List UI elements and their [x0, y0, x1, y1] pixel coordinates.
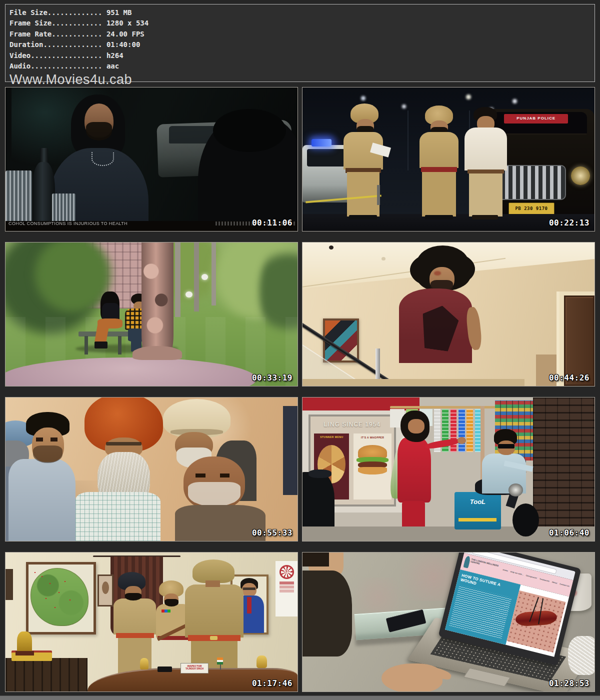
screenshot-1-night-bar: COHOL CONSUMPTIONS IS INJURIOUS TO HEALT…: [5, 87, 298, 232]
desk-trophy: [256, 656, 266, 668]
timestamp-overlay: 00:55:33: [252, 528, 292, 538]
sachet-strip: [466, 409, 473, 452]
desk-nameplate: INSPECTOR TAJNDER SINGH: [180, 663, 208, 674]
timestamp-overlay: 00:44:26: [549, 373, 590, 382]
officerC-neck: [206, 580, 220, 588]
portrait-face: [242, 583, 256, 597]
garden-lamp: [186, 292, 192, 298]
burger-sign-text: LING SINCE 1954: [312, 421, 394, 428]
foreground-man-head: [213, 109, 286, 152]
screenshot-2-police-night: PUNJAB POLICE PB 230 9170 00:22:13: [302, 87, 595, 232]
timestamp-overlay: 00:22:13: [549, 218, 590, 228]
officer2-trousers: [422, 172, 456, 216]
sachet-strip: [458, 409, 465, 452]
plastic-bag: [568, 636, 595, 675]
officer1-shoes: [349, 215, 376, 220]
officer2-khaki-shirt: [420, 132, 459, 168]
motorcycle-front-wheel: [512, 504, 539, 536]
wooden-cabinet: [6, 658, 88, 692]
burger-bun-bottom: [358, 467, 387, 474]
portrait-glasses: [243, 588, 256, 590]
dots-leader: ............: [52, 19, 102, 27]
sunglasses: [498, 444, 514, 448]
bench-leg: [118, 336, 122, 354]
garden-lamp: [202, 274, 208, 280]
blue-light-bar: [312, 139, 332, 146]
bench-leg: [84, 336, 88, 354]
right-edge-figure: [283, 406, 298, 495]
officerC-shirt: [185, 584, 244, 638]
civilian-shoes: [472, 215, 498, 220]
timestamp-overlay: 00:11:06: [252, 218, 292, 228]
media-info-label: Frame Rate: [10, 30, 52, 38]
officerA-shirt: [114, 598, 156, 634]
screenshot-4-house-interior: 00:44:26: [302, 242, 595, 386]
young-man-stubble: [33, 446, 63, 462]
palm-trunk: [175, 242, 181, 317]
edge-frame: [6, 569, 13, 600]
media-info-value: 01:40:00: [106, 40, 140, 48]
officer1-trousers: [347, 172, 379, 216]
media-info-row: Frame Rate............ 24.00 FPS: [10, 29, 594, 40]
desk-trophy: [140, 658, 149, 669]
motorcycle-headlamp: [508, 484, 523, 496]
bokeh-light: [361, 96, 366, 100]
media-info-panel: File Size............. 951 MB Frame Size…: [5, 4, 595, 82]
sachet-strip: [450, 409, 457, 452]
screenshot-3-park-bench: 00:33:19: [5, 242, 298, 386]
woman-boot: [94, 342, 108, 348]
media-info-label: Duration: [10, 40, 43, 48]
palm-trunk: [194, 242, 200, 312]
officerC-turban: [192, 560, 235, 583]
civilian-trousers: [469, 174, 502, 216]
screenshot-7-police-office: INSPECTOR TAJNDER SINGH 01:17:46: [5, 552, 298, 692]
ceiling-spotlight: [382, 257, 386, 260]
license-plate: PB 230 9170: [508, 202, 555, 215]
tree-trunk-base: [132, 346, 182, 360]
checked-shirt: [76, 492, 160, 541]
nameplate-name: TAJNDER SINGH: [181, 668, 208, 670]
wooden-door: [564, 296, 594, 386]
dark-brick-pillar: [533, 398, 594, 541]
young-man-shirt: [8, 459, 76, 541]
tape-pole: [377, 185, 380, 205]
silver-necklace: [92, 152, 114, 166]
media-info-value: 24.00 FPS: [106, 30, 144, 38]
bald-elder-eyes: [196, 474, 234, 477]
whopper-poster-text: IT'S A WHOPPER: [354, 436, 391, 439]
statutory-warning-caption: COHOL CONSUMPTIONS IS INJURIOUS TO HEALT…: [8, 221, 128, 226]
officerA-belt: [116, 633, 154, 638]
media-info-row: Frame Size............ 1280 x 534: [10, 18, 594, 28]
dots-leader: ..............: [43, 40, 102, 48]
motorcycle-seat: [308, 470, 332, 478]
media-info-value: 1280 x 534: [106, 19, 148, 27]
jeep-window: [307, 149, 345, 166]
cart-text: TooL: [454, 498, 501, 506]
punjab-police-banner: PUNJAB POLICE: [504, 114, 568, 124]
media-info-label: Audio: [10, 62, 30, 70]
big-tree-trunk: [142, 242, 174, 358]
woman-face: [408, 419, 424, 434]
officerB-ribbon-bar: [162, 610, 170, 612]
timestamp-overlay: 00:33:19: [252, 373, 292, 382]
cart-yellow-stripe: [458, 518, 496, 522]
officer2-red-belt: [421, 167, 457, 172]
site-watermark: Www.Movies4u.cab: [10, 72, 594, 88]
india-desk-flag: [217, 658, 223, 664]
emblem-red-ring: [280, 565, 294, 579]
fence-pole: [408, 110, 408, 171]
media-info-row: Duration.............. 01:40:00: [10, 40, 594, 50]
screenshot-5-crowd-turbans: 00:55:33: [5, 397, 298, 542]
young-man-eyes: [36, 438, 60, 441]
officer2-shoes: [425, 215, 452, 220]
dots-leader: ............: [52, 30, 102, 38]
screenshot-8-laptop-suture: THE LONDON WELLNESS CENTRE Home Help me …: [302, 552, 595, 692]
media-info-row: Audio................. aac: [10, 61, 594, 72]
brass-trophy: [17, 632, 32, 654]
media-info-value: aac: [106, 62, 119, 70]
screenshot-6-street-market: LING SINCE 1954 STUNNER MENU IT'S A WHOP…: [302, 397, 595, 542]
bokeh-light: [512, 99, 517, 104]
screenshots-sheet-page: { "media_info": { "rows": [ {"label": "F…: [0, 0, 600, 700]
timestamp-overlay: 01:28:53: [549, 678, 590, 688]
suv-headlight: [571, 166, 590, 185]
